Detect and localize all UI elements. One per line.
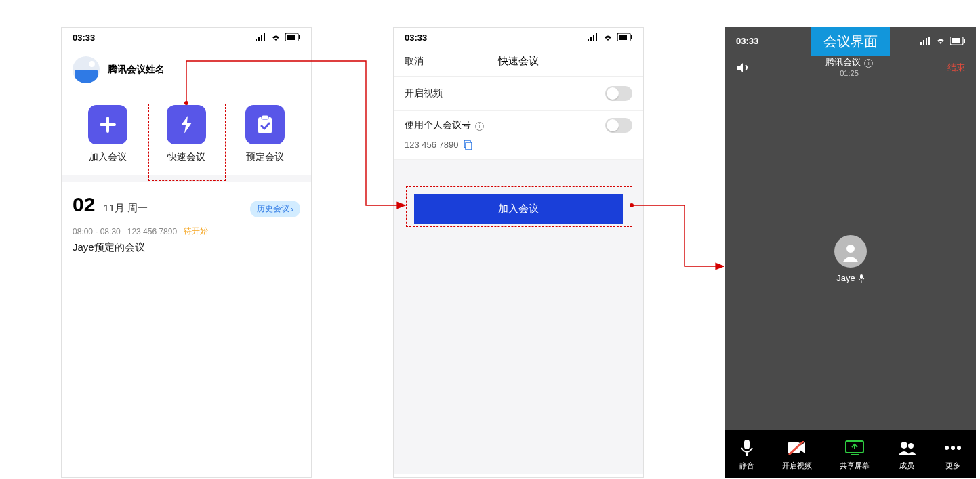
copy-icon[interactable] (463, 140, 472, 150)
svg-rect-23 (952, 38, 960, 43)
date-row: 02 11月 周一 历史会议 › (62, 182, 311, 223)
status-bar: 03:33 (394, 28, 643, 47)
status-bar: 03:33 (62, 28, 311, 47)
svg-rect-3 (264, 33, 265, 41)
signal-icon (588, 33, 598, 41)
quick-label: 快速会议 (167, 151, 206, 163)
day-number: 02 (73, 193, 95, 216)
battery-icon (950, 37, 965, 45)
more-icon (944, 438, 962, 458)
username-label: 腾讯会议姓名 (108, 64, 165, 76)
more-button[interactable]: 更多 (944, 438, 962, 471)
elapsed-time: 01:25 (825, 68, 874, 78)
share-label: 共享屏幕 (840, 461, 870, 471)
history-meetings-button[interactable]: 历史会议 › (250, 201, 300, 217)
personal-id-label: 使用个人会议号 (405, 119, 471, 130)
status-icons (256, 33, 300, 41)
plus-icon (88, 105, 127, 144)
svg-point-25 (846, 245, 855, 253)
video-off-icon (782, 438, 812, 458)
svg-rect-20 (926, 38, 927, 45)
enable-video-label: 开启视频 (405, 87, 443, 100)
svg-point-35 (951, 446, 955, 450)
join-meeting-submit-button[interactable]: 加入会议 (414, 194, 623, 224)
meeting-toolbar: 静音 开启视频 共享屏幕 成员 更多 (725, 430, 976, 478)
meeting-id: 123 456 7890 (127, 227, 177, 236)
members-button[interactable]: 成员 (897, 438, 916, 471)
enable-video-row: 开启视频 (394, 77, 643, 111)
mic-icon (858, 274, 865, 283)
battery-icon (617, 33, 632, 41)
svg-rect-26 (860, 274, 863, 279)
screen-title: 快速会议 (498, 55, 539, 68)
battery-icon (285, 33, 300, 41)
status-icons (588, 33, 632, 41)
user-header[interactable]: 腾讯会议姓名 (62, 47, 311, 90)
share-screen-button[interactable]: 共享屏幕 (840, 438, 870, 471)
more-label: 更多 (944, 461, 962, 471)
meeting-title: Jaye预定的会议 (73, 241, 300, 254)
history-label: 历史会议 (257, 203, 289, 215)
participant-name: Jaye (836, 273, 855, 283)
svg-rect-24 (964, 39, 965, 43)
avatar-icon (73, 56, 100, 83)
svg-point-32 (901, 442, 907, 449)
schedule-meeting-button[interactable]: 预定会议 (245, 105, 285, 163)
svg-rect-1 (258, 37, 260, 41)
meeting-name: 腾讯会议 (825, 57, 861, 67)
day-text: 11月 周一 (103, 202, 148, 215)
svg-rect-21 (928, 37, 930, 45)
wifi-icon (270, 33, 281, 41)
meeting-status: 待开始 (184, 226, 208, 237)
status-time: 03:33 (73, 33, 95, 43)
svg-point-33 (908, 443, 914, 449)
svg-rect-17 (466, 142, 472, 150)
enable-video-toggle[interactable] (605, 86, 632, 101)
svg-rect-5 (287, 35, 295, 40)
svg-rect-15 (631, 35, 632, 39)
wifi-icon (935, 37, 946, 45)
phone-quick-meeting-screen: 03:33 取消 快速会议 开启视频 使用个人会议号 i 123 456 789… (393, 27, 644, 478)
svg-rect-6 (299, 35, 300, 39)
quick-meeting-button[interactable]: 快速会议 (167, 105, 206, 163)
status-icons (920, 37, 965, 45)
participant-avatar-icon (834, 235, 867, 268)
info-icon[interactable]: i (864, 59, 873, 68)
svg-rect-2 (261, 35, 262, 41)
cancel-button[interactable]: 取消 (405, 56, 424, 68)
svg-rect-11 (593, 35, 594, 41)
svg-rect-12 (596, 33, 597, 41)
meeting-time: 08:00 - 08:30 (73, 227, 121, 236)
join-meeting-button[interactable]: 加入会议 (88, 105, 127, 163)
meeting-id-value: 123 456 7890 (405, 140, 459, 150)
signal-icon (920, 37, 931, 45)
section-divider (62, 175, 311, 182)
video-label: 开启视频 (782, 461, 812, 471)
svg-rect-14 (619, 35, 627, 40)
svg-rect-9 (588, 39, 589, 41)
clipboard-check-icon (245, 105, 285, 144)
end-meeting-button[interactable]: 结束 (947, 62, 965, 74)
members-icon (897, 438, 916, 458)
meeting-list-item[interactable]: 08:00 - 08:30 123 456 7890 待开始 Jaye预定的会议 (62, 223, 311, 254)
mute-button[interactable]: 静音 (739, 438, 754, 471)
mute-label: 静音 (739, 461, 754, 471)
personal-id-row: 使用个人会议号 i (394, 111, 643, 140)
body-area: 加入会议 (394, 160, 643, 474)
lightning-icon (167, 105, 206, 144)
info-icon[interactable]: i (475, 122, 484, 131)
members-label: 成员 (897, 461, 916, 471)
personal-id-toggle[interactable] (605, 118, 632, 133)
main-actions-row: 加入会议 快速会议 预定会议 (62, 90, 311, 175)
svg-point-36 (957, 446, 961, 450)
share-screen-icon (840, 438, 870, 458)
svg-rect-8 (262, 115, 268, 119)
join-label: 加入会议 (88, 151, 127, 163)
start-video-button[interactable]: 开启视频 (782, 438, 812, 471)
signal-icon (256, 33, 266, 41)
speaker-icon[interactable] (736, 61, 751, 75)
meeting-id-display: 123 456 7890 (394, 140, 643, 160)
svg-rect-7 (258, 117, 272, 133)
nav-bar: 取消 快速会议 (394, 47, 643, 77)
chevron-right-icon: › (291, 205, 293, 214)
